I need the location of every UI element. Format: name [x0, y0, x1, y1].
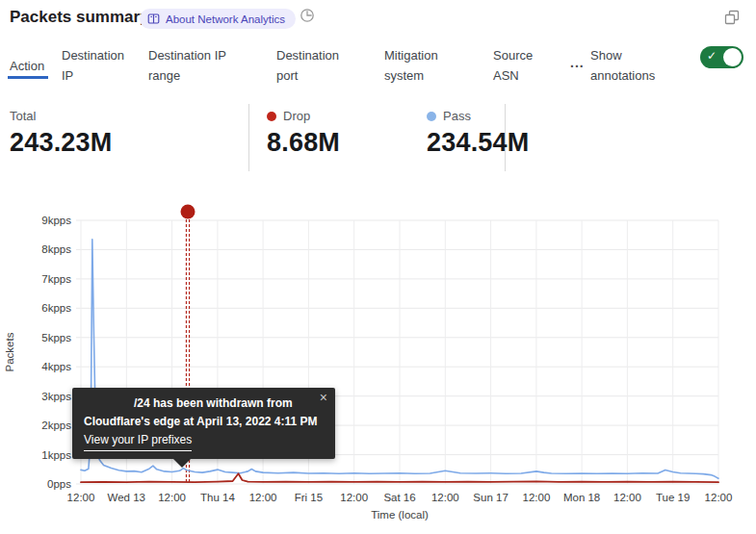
tab-destination-port[interactable]: Destination port: [276, 45, 352, 86]
view-ip-prefixes-link[interactable]: View your IP prefixes: [84, 431, 192, 450]
tab-source-asn[interactable]: Source ASN: [493, 45, 543, 86]
x-tick-label: 12:00: [523, 492, 551, 503]
annotation-marker[interactable]: [181, 205, 196, 219]
y-tick-label: 9kpps: [41, 215, 71, 226]
about-network-analytics-badge[interactable]: About Network Analytics: [140, 9, 296, 29]
badge-label: About Network Analytics: [166, 13, 285, 25]
y-tick-label: 4kpps: [41, 361, 71, 372]
x-tick-label: Wed 13: [108, 492, 145, 503]
more-tabs-button[interactable]: ...: [570, 55, 585, 70]
book-icon: [147, 13, 160, 25]
tooltip-arrow: [173, 459, 191, 468]
y-tick-label: 2kpps: [41, 420, 71, 431]
x-tick-label: 12:00: [705, 492, 733, 503]
x-tick-label: Fri 15: [295, 492, 323, 503]
tab-destination-ip-range[interactable]: Destination IP range: [148, 45, 237, 86]
y-tick-label: 8kpps: [41, 243, 71, 255]
x-tick-label: 12:00: [431, 492, 459, 503]
y-tick-label: 6kpps: [41, 302, 71, 314]
packets-time-series-chart: 0pps1kpps2kpps3kpps4kpps5kpps6kpps7kpps8…: [0, 195, 756, 534]
divider: [248, 104, 249, 171]
stat-pass-value: 234.54M: [427, 128, 529, 158]
pie-clock-icon[interactable]: [300, 8, 315, 23]
x-tick-label: 12:00: [158, 492, 186, 503]
summary-stats: Total 243.23M Drop 8.68M Pass 234.54M: [0, 101, 756, 178]
stat-drop-value: 8.68M: [267, 128, 340, 158]
packets-summary-panel: Packets summary About Network Analytics …: [0, 0, 756, 534]
x-tick-label: 12:00: [613, 492, 641, 503]
x-tick-label: 12:00: [249, 492, 277, 503]
x-tick-label: 12:00: [67, 492, 95, 503]
y-axis-title: Packets: [4, 332, 15, 371]
active-tab-underline: [8, 76, 48, 79]
stat-drop: Drop 8.68M: [267, 109, 340, 158]
stat-pass: Pass 234.54M: [427, 109, 529, 158]
stat-total-value: 243.23M: [10, 128, 112, 158]
x-axis-title: Time (local): [371, 509, 429, 521]
close-icon[interactable]: ×: [320, 391, 327, 404]
tab-action[interactable]: Action: [10, 56, 44, 76]
stat-pass-label: Pass: [443, 109, 471, 123]
y-tick-label: 1kpps: [41, 449, 71, 461]
x-tick-label: 12:00: [340, 492, 368, 503]
stat-drop-label: Drop: [283, 109, 310, 123]
y-tick-label: 3kpps: [41, 391, 71, 402]
page-title: Packets summary: [10, 8, 149, 27]
pass-dot: [427, 112, 436, 121]
stat-total: Total 243.23M: [10, 109, 112, 158]
stat-total-label: Total: [10, 109, 36, 123]
copy-icon[interactable]: [724, 10, 740, 25]
dimension-tabs: Action Destination IP Destination IP ran…: [0, 43, 756, 91]
x-tick-label: Thu 14: [200, 492, 235, 503]
x-tick-label: Mon 18: [563, 492, 600, 503]
y-tick-label: 5kpps: [41, 332, 71, 343]
y-tick-label: 0pps: [47, 478, 71, 490]
tooltip-line1: /24 has been withdrawn from: [84, 394, 324, 413]
tab-destination-ip[interactable]: Destination IP: [62, 45, 139, 86]
x-tick-label: Sat 16: [383, 492, 415, 503]
y-tick-label: 7kpps: [41, 273, 71, 285]
check-icon: ✓: [707, 49, 717, 63]
tooltip-line2: Cloudflare's edge at April 13, 2022 4:11…: [84, 413, 324, 431]
drop-dot: [267, 112, 276, 121]
x-tick-label: Sun 17: [473, 492, 508, 503]
toggle-knob: [723, 48, 742, 66]
annotation-tooltip: × /24 has been withdrawn from Cloudflare…: [72, 388, 335, 459]
x-tick-label: Tue 19: [656, 492, 690, 503]
show-annotations-label: Show annotations: [590, 45, 673, 86]
show-annotations-toggle[interactable]: ✓: [700, 46, 743, 68]
tab-mitigation-system[interactable]: Mitigation system: [384, 45, 454, 86]
